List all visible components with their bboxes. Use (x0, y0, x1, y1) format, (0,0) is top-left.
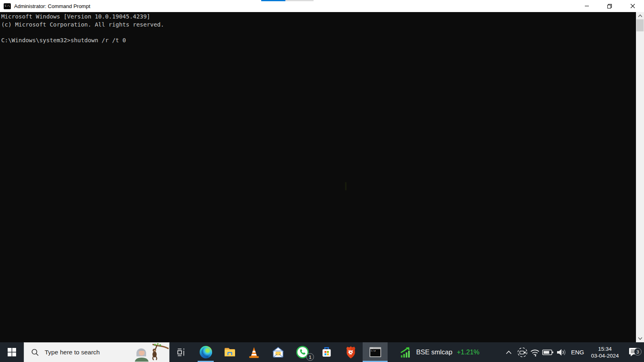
scrollbar-thumb[interactable] (636, 19, 644, 31)
cmd-icon: C:\⏴ (369, 347, 382, 358)
scroll-up-button[interactable] (636, 12, 644, 19)
search-icon (31, 348, 39, 356)
taskbar-button-vlc[interactable] (242, 342, 266, 362)
volume-button[interactable] (555, 342, 568, 362)
top-progress-sliver (261, 0, 314, 1)
clock-date: 03-04-2024 (591, 352, 619, 359)
console-line: Microsoft Windows [Version 10.0.19045.42… (1, 13, 644, 21)
volume-icon (556, 348, 567, 357)
show-hidden-icons-button[interactable] (502, 342, 516, 362)
chevron-up-icon (506, 350, 512, 354)
start-button[interactable] (0, 342, 24, 362)
notification-badge: 3 (634, 348, 642, 356)
console-scrollbar[interactable] (636, 12, 644, 342)
mouse-cursor (345, 182, 347, 190)
window-title: Administrator: Command Prompt (14, 3, 90, 9)
restore-button[interactable] (598, 0, 621, 12)
cmd-icon: C:\ (4, 3, 11, 9)
battery-icon (542, 349, 553, 356)
stock-change: +1.21% (457, 348, 479, 356)
store-icon (320, 346, 333, 358)
taskbar-button-microsoft-store[interactable] (314, 342, 339, 362)
taskbar-button-task-view[interactable] (169, 342, 194, 362)
taskbar-button-mail[interactable] (266, 342, 290, 362)
close-icon (630, 4, 635, 8)
system-tray: ENG 15:34 03-04-2024 3 (502, 342, 644, 362)
windows-logo-icon (8, 348, 16, 356)
svg-text:C:\⏴: C:\⏴ (371, 350, 376, 352)
search-input[interactable] (45, 349, 129, 356)
scroll-down-button[interactable] (636, 335, 644, 342)
vlc-cone-icon (248, 346, 260, 359)
action-center-button[interactable]: 3 (623, 347, 643, 357)
top-progress-gray (285, 0, 314, 1)
console-text: Microsoft Windows [Version 10.0.19045.42… (0, 12, 644, 45)
top-progress-blue (261, 0, 285, 1)
wifi-icon (530, 347, 540, 358)
stock-label: BSE smlcap (416, 348, 452, 356)
window-controls (575, 0, 644, 12)
chevron-down-icon (638, 337, 642, 340)
clock-time: 15:34 (598, 346, 612, 352)
window-titlebar: C:\ Administrator: Command Prompt (0, 0, 644, 12)
woman-and-monkey-illustration[interactable] (132, 343, 169, 362)
taskbar-search[interactable] (24, 342, 169, 362)
taskbar-button-whatsapp[interactable]: 1 (290, 342, 314, 362)
console-line (1, 29, 644, 37)
clock[interactable]: 15:34 03-04-2024 (587, 346, 623, 359)
restore-icon (607, 4, 612, 9)
console-prompt-line: C:\Windows\system32>shutdown /r /t 0 (1, 37, 644, 45)
minimize-icon (584, 4, 589, 8)
taskbar-button-brave[interactable] (339, 342, 363, 362)
task-view-icon (176, 347, 187, 358)
minimize-button[interactable] (575, 0, 598, 12)
network-button[interactable] (529, 342, 541, 362)
meet-now-button[interactable] (516, 342, 529, 362)
meet-now-icon (517, 347, 528, 358)
close-button[interactable] (621, 0, 644, 12)
stock-chart-icon (400, 346, 412, 358)
language-indicator[interactable]: ENG (568, 342, 587, 362)
folder-icon (223, 346, 236, 359)
taskbar: 1 C:\⏴ (0, 342, 644, 362)
battery-button[interactable] (541, 342, 555, 362)
chevron-up-icon (638, 14, 642, 17)
news-interests-stock-widget[interactable]: BSE smlcap +1.21% (393, 342, 485, 362)
taskbar-button-file-explorer[interactable] (218, 342, 242, 362)
taskbar-button-command-prompt[interactable]: C:\⏴ (363, 342, 388, 362)
taskbar-button-edge[interactable] (194, 342, 218, 362)
console-line: (c) Microsoft Corporation. All rights re… (1, 21, 644, 29)
brave-icon (345, 346, 357, 359)
whatsapp-badge: 1 (306, 353, 314, 361)
console-output-area[interactable]: Microsoft Windows [Version 10.0.19045.42… (0, 12, 644, 342)
edge-icon (200, 346, 212, 358)
mail-icon (272, 346, 285, 359)
